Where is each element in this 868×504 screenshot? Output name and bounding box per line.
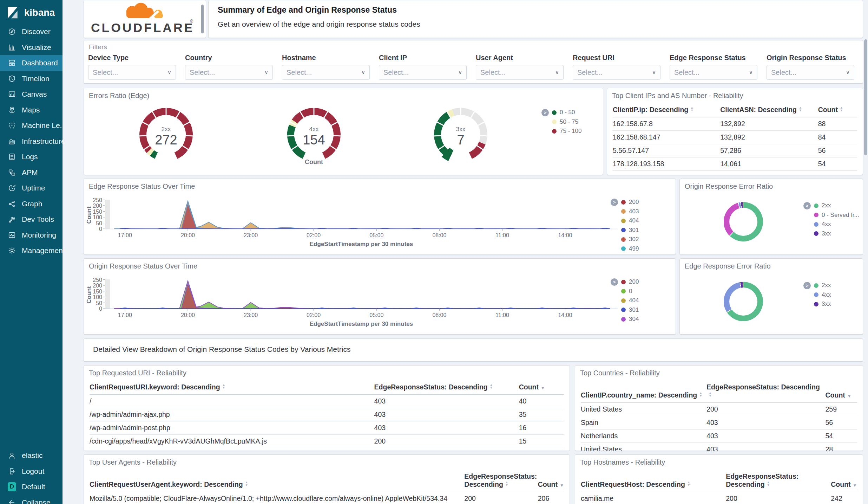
table-cell: 200 — [374, 435, 519, 448]
legend-item[interactable]: 403 — [621, 207, 639, 217]
legend-item[interactable]: 3xx — [814, 299, 831, 309]
filter-label: User Agent — [476, 54, 564, 62]
sidebar-item-dev-tools[interactable]: Dev Tools — [0, 212, 63, 227]
visualize-icon — [8, 43, 16, 52]
panel-title: Errors Ratio (Edge) — [89, 92, 149, 100]
legend-item[interactable]: 499 — [621, 244, 639, 254]
legend-item[interactable]: 0 - Served fr... — [814, 211, 859, 220]
page-scrollbar-thumb[interactable] — [864, 39, 867, 155]
sidebar-item-label: Discover — [22, 27, 51, 36]
sidebar-item-machine-le[interactable]: Machine Le... — [0, 118, 63, 134]
legend-item[interactable]: 3xx — [814, 229, 859, 239]
column-header-label: ClientRequestUserAgent.keyword: Descendi… — [90, 480, 243, 488]
column-header[interactable]: ClientASN: Descending▲▼ — [720, 104, 818, 117]
column-header[interactable]: ClientRequestUserAgent.keyword: Descendi… — [90, 470, 464, 492]
area-chart: 050100150200250Count17:0020:0023:0002:00… — [84, 259, 676, 334]
filter-select-origin-response-status[interactable]: Select...∨ — [767, 65, 854, 80]
kibana-dashboard: kibana DiscoverVisualizeDashboardTimelio… — [0, 0, 868, 504]
svg-text:200: 200 — [93, 283, 102, 289]
sidebar-item-canvas[interactable]: Canvas — [0, 86, 63, 102]
column-header-label: Count — [538, 480, 558, 488]
filter-select-hostname[interactable]: Select...∨ — [282, 65, 370, 80]
legend-item[interactable]: 301 — [621, 226, 639, 235]
sidebar-item-logs[interactable]: Logs — [0, 149, 63, 165]
sidebar-item-uptime[interactable]: Uptime — [0, 180, 63, 196]
legend-item[interactable]: 0 — [621, 287, 639, 296]
collapse-icon — [8, 498, 16, 504]
svg-text:08:00: 08:00 — [432, 232, 446, 238]
sidebar-item-discover[interactable]: Discover — [0, 24, 63, 40]
legend-item[interactable]: 404 — [621, 216, 639, 226]
legend-item[interactable]: 75 - 100 — [552, 127, 581, 136]
legend-item[interactable]: 50 - 75 — [552, 117, 581, 127]
column-header[interactable]: EdgeResponseStatus: Descending▲▼ — [726, 470, 831, 492]
column-header[interactable]: Count▼ — [519, 381, 564, 395]
legend-item[interactable]: 4xx — [814, 290, 831, 300]
sidebar-item-timelion[interactable]: Timelion — [0, 71, 63, 87]
sidebar-item-visualize[interactable]: Visualize — [0, 40, 63, 56]
legend-item[interactable]: 302 — [621, 235, 639, 244]
sidebar-item-elastic[interactable]: elastic — [0, 448, 63, 464]
legend-expand-icon[interactable]: > — [611, 199, 618, 206]
column-header[interactable]: EdgeResponseStatus: Descending▲▼ — [464, 470, 538, 492]
legend-label: 304 — [629, 316, 639, 323]
legend-item[interactable]: 404 — [621, 296, 639, 305]
sidebar-item-management[interactable]: Management — [0, 243, 63, 259]
legend-expand-icon[interactable]: > — [803, 282, 811, 289]
legend-expand-icon[interactable]: > — [611, 278, 618, 286]
kibana-logo[interactable]: kibana — [0, 0, 63, 24]
column-header[interactable]: ClientIP.ip: Descending▲▼ — [613, 104, 720, 117]
filter-select-country[interactable]: Select...∨ — [185, 65, 273, 80]
filter-select-device-type[interactable]: Select...∨ — [88, 65, 176, 80]
donut-chart[interactable] — [724, 282, 763, 321]
legend-item[interactable]: 304 — [621, 315, 639, 324]
sidebar-item-collapse[interactable]: Collapse — [0, 495, 63, 504]
legend-expand-icon[interactable]: > — [541, 109, 549, 116]
donut-chart[interactable] — [724, 202, 763, 241]
panel-title: Top Countries - Reliability — [580, 369, 660, 377]
legend-item[interactable]: 200 — [621, 198, 639, 207]
sidebar-item-logout[interactable]: Logout — [0, 464, 63, 479]
legend-item[interactable]: 200 — [621, 277, 639, 287]
legend-item[interactable]: 4xx — [814, 220, 859, 229]
legend-item[interactable]: 0 - 50 — [552, 108, 581, 117]
top-requested-uri-panel: Top Requested URI - Reliability ClientRe… — [84, 365, 570, 451]
table-row: camilia.me200242 — [581, 492, 857, 504]
sidebar-item-maps[interactable]: Maps — [0, 102, 63, 118]
column-header[interactable]: Count▲▼ — [818, 104, 857, 117]
sidebar-item-graph[interactable]: Graph — [0, 196, 63, 212]
sidebar-item-apm[interactable]: APM — [0, 165, 63, 181]
column-header[interactable]: Count▼ — [831, 470, 857, 492]
column-header[interactable]: ClientRequestHost: Descending▲▼ — [581, 470, 726, 492]
legend-expand-icon[interactable]: > — [803, 202, 811, 209]
column-header[interactable]: EdgeResponseStatus: Descending▲▼ — [706, 381, 825, 403]
table-row: /wp-admin/admin-post.php40316 — [90, 421, 564, 435]
sidebar-item-monitoring[interactable]: Monitoring — [0, 227, 63, 243]
legend-label: 499 — [629, 245, 639, 252]
legend-swatch — [621, 289, 626, 293]
column-header[interactable]: EdgeResponseStatus: Descending▲▼ — [374, 381, 519, 395]
column-header-label: ClientASN: Descending — [720, 106, 797, 114]
sidebar-item-dashboard[interactable]: Dashboard — [0, 55, 63, 71]
filter-select-client-ip[interactable]: Select...∨ — [379, 65, 467, 80]
legend-item[interactable]: 301 — [621, 305, 639, 315]
column-header[interactable]: Count▼ — [538, 470, 564, 492]
column-header[interactable]: ClientIP.country_name: Descending▲▼ — [581, 381, 706, 403]
legend-swatch — [814, 231, 818, 236]
column-header[interactable]: ClientRequestURI.keyword: Descending▲▼ — [90, 381, 374, 395]
table-row: /40340 — [90, 395, 564, 408]
legend-item[interactable]: 2xx — [814, 281, 831, 290]
table-cell: 84 — [818, 131, 857, 144]
sidebar-item-infrastructure[interactable]: Infrastructure — [0, 134, 63, 149]
legend-swatch — [814, 292, 818, 297]
filter-select-request-uri[interactable]: Select...∨ — [573, 65, 660, 80]
panel-title: Top User Agents - Reliability — [89, 458, 177, 466]
legend-item[interactable]: 2xx — [814, 201, 859, 211]
table-cell: United States — [581, 403, 706, 416]
sidebar-item-default[interactable]: DDefault — [0, 479, 63, 495]
column-header[interactable]: Count▼ — [825, 381, 857, 403]
data-table: ClientRequestUserAgent.keyword: Descendi… — [90, 470, 564, 504]
filter-select-user-agent[interactable]: Select...∨ — [476, 65, 564, 80]
panel-scrollbar-thumb[interactable] — [201, 5, 204, 33]
filter-select-edge-response-status[interactable]: Select...∨ — [670, 65, 757, 80]
